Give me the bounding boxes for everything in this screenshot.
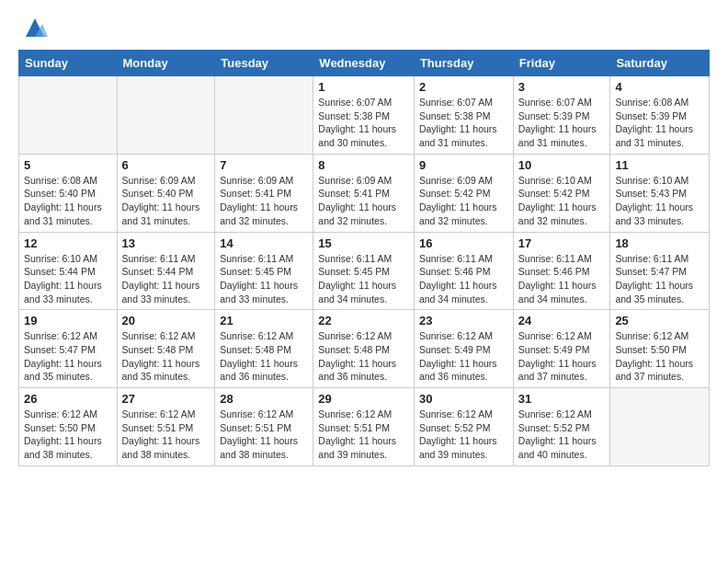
calendar-cell: 23Sunrise: 6:12 AMSunset: 5:49 PMDayligh… <box>414 310 513 388</box>
calendar-cell: 14Sunrise: 6:11 AMSunset: 5:45 PMDayligh… <box>215 232 313 310</box>
calendar-cell: 16Sunrise: 6:11 AMSunset: 5:46 PMDayligh… <box>414 232 513 310</box>
day-info: Sunrise: 6:10 AMSunset: 5:43 PMDaylight:… <box>615 174 704 228</box>
calendar-cell: 19Sunrise: 6:12 AMSunset: 5:47 PMDayligh… <box>19 310 118 388</box>
day-number: 2 <box>419 80 508 94</box>
day-info: Sunrise: 6:10 AMSunset: 5:42 PMDaylight:… <box>518 174 606 228</box>
day-number: 8 <box>318 158 409 172</box>
day-info: Sunrise: 6:11 AMSunset: 5:46 PMDaylight:… <box>419 252 508 306</box>
day-info: Sunrise: 6:07 AMSunset: 5:38 PMDaylight:… <box>419 96 508 150</box>
calendar-header-row: SundayMondayTuesdayWednesdayThursdayFrid… <box>19 51 710 76</box>
weekday-header-wednesday: Wednesday <box>313 51 415 76</box>
weekday-header-friday: Friday <box>513 51 610 76</box>
weekday-header-sunday: Sunday <box>19 51 118 76</box>
day-info: Sunrise: 6:08 AMSunset: 5:40 PMDaylight:… <box>24 174 112 228</box>
calendar-cell: 11Sunrise: 6:10 AMSunset: 5:43 PMDayligh… <box>610 154 710 232</box>
day-info: Sunrise: 6:12 AMSunset: 5:49 PMDaylight:… <box>419 329 508 384</box>
day-number: 11 <box>615 158 704 172</box>
calendar-cell: 27Sunrise: 6:12 AMSunset: 5:51 PMDayligh… <box>117 388 215 466</box>
day-info: Sunrise: 6:12 AMSunset: 5:48 PMDaylight:… <box>318 329 409 384</box>
day-number: 21 <box>220 314 308 327</box>
day-number: 12 <box>24 236 112 250</box>
calendar-cell: 20Sunrise: 6:12 AMSunset: 5:48 PMDayligh… <box>117 310 215 388</box>
day-info: Sunrise: 6:11 AMSunset: 5:44 PMDaylight:… <box>122 252 210 306</box>
calendar-cell <box>215 76 313 155</box>
day-info: Sunrise: 6:12 AMSunset: 5:50 PMDaylight:… <box>615 329 704 384</box>
calendar-cell: 12Sunrise: 6:10 AMSunset: 5:44 PMDayligh… <box>19 232 118 310</box>
day-number: 6 <box>122 158 210 172</box>
day-number: 18 <box>615 236 704 250</box>
calendar-cell: 30Sunrise: 6:12 AMSunset: 5:52 PMDayligh… <box>414 388 513 466</box>
calendar-week-3: 12Sunrise: 6:10 AMSunset: 5:44 PMDayligh… <box>19 232 710 310</box>
day-number: 10 <box>518 158 606 172</box>
day-number: 14 <box>220 236 308 250</box>
calendar-week-2: 5Sunrise: 6:08 AMSunset: 5:40 PMDaylight… <box>19 154 710 232</box>
calendar-cell: 31Sunrise: 6:12 AMSunset: 5:52 PMDayligh… <box>513 388 610 466</box>
day-number: 31 <box>518 392 606 406</box>
calendar-cell: 24Sunrise: 6:12 AMSunset: 5:49 PMDayligh… <box>513 310 610 388</box>
calendar-table: SundayMondayTuesdayWednesdayThursdayFrid… <box>18 50 710 466</box>
page: SundayMondayTuesdayWednesdayThursdayFrid… <box>0 0 728 563</box>
day-info: Sunrise: 6:07 AMSunset: 5:39 PMDaylight:… <box>518 96 606 150</box>
day-number: 23 <box>419 314 508 327</box>
day-info: Sunrise: 6:12 AMSunset: 5:51 PMDaylight:… <box>318 408 409 462</box>
day-number: 20 <box>122 314 210 327</box>
day-info: Sunrise: 6:12 AMSunset: 5:51 PMDaylight:… <box>220 408 308 462</box>
calendar-cell: 18Sunrise: 6:11 AMSunset: 5:47 PMDayligh… <box>610 232 710 310</box>
day-number: 25 <box>615 314 704 327</box>
day-number: 19 <box>24 314 112 327</box>
calendar-cell <box>117 76 215 155</box>
day-number: 26 <box>24 392 112 406</box>
day-info: Sunrise: 6:12 AMSunset: 5:48 PMDaylight:… <box>220 329 308 384</box>
logo-icon <box>22 15 48 40</box>
calendar-cell: 5Sunrise: 6:08 AMSunset: 5:40 PMDaylight… <box>19 154 118 232</box>
day-info: Sunrise: 6:11 AMSunset: 5:45 PMDaylight:… <box>220 252 308 306</box>
calendar-cell: 1Sunrise: 6:07 AMSunset: 5:38 PMDaylight… <box>313 76 415 155</box>
day-info: Sunrise: 6:09 AMSunset: 5:41 PMDaylight:… <box>220 174 308 228</box>
day-info: Sunrise: 6:12 AMSunset: 5:50 PMDaylight:… <box>24 408 112 462</box>
weekday-header-tuesday: Tuesday <box>215 51 313 76</box>
calendar-cell: 17Sunrise: 6:11 AMSunset: 5:46 PMDayligh… <box>513 232 610 310</box>
day-info: Sunrise: 6:11 AMSunset: 5:46 PMDaylight:… <box>518 252 606 306</box>
day-number: 7 <box>220 158 308 172</box>
calendar-cell: 15Sunrise: 6:11 AMSunset: 5:45 PMDayligh… <box>313 232 415 310</box>
day-info: Sunrise: 6:12 AMSunset: 5:52 PMDaylight:… <box>419 408 508 462</box>
calendar-cell <box>19 76 118 155</box>
day-number: 5 <box>24 158 112 172</box>
day-number: 16 <box>419 236 508 250</box>
day-number: 30 <box>419 392 508 406</box>
day-info: Sunrise: 6:09 AMSunset: 5:41 PMDaylight:… <box>318 174 409 228</box>
calendar-cell <box>610 388 710 466</box>
calendar-cell: 6Sunrise: 6:09 AMSunset: 5:40 PMDaylight… <box>117 154 215 232</box>
day-info: Sunrise: 6:08 AMSunset: 5:39 PMDaylight:… <box>615 96 704 150</box>
calendar-cell: 3Sunrise: 6:07 AMSunset: 5:39 PMDaylight… <box>513 76 610 155</box>
calendar-cell: 25Sunrise: 6:12 AMSunset: 5:50 PMDayligh… <box>610 310 710 388</box>
day-number: 13 <box>122 236 210 250</box>
day-info: Sunrise: 6:10 AMSunset: 5:44 PMDaylight:… <box>24 252 112 306</box>
calendar-cell: 4Sunrise: 6:08 AMSunset: 5:39 PMDaylight… <box>610 76 710 155</box>
weekday-header-monday: Monday <box>117 51 215 76</box>
day-number: 27 <box>122 392 210 406</box>
day-number: 24 <box>518 314 606 327</box>
calendar-cell: 10Sunrise: 6:10 AMSunset: 5:42 PMDayligh… <box>513 154 610 232</box>
day-info: Sunrise: 6:12 AMSunset: 5:47 PMDaylight:… <box>24 329 112 384</box>
day-number: 9 <box>419 158 508 172</box>
day-number: 29 <box>318 392 409 406</box>
day-number: 22 <box>318 314 409 327</box>
calendar-cell: 26Sunrise: 6:12 AMSunset: 5:50 PMDayligh… <box>19 388 118 466</box>
calendar-cell: 13Sunrise: 6:11 AMSunset: 5:44 PMDayligh… <box>117 232 215 310</box>
day-info: Sunrise: 6:07 AMSunset: 5:38 PMDaylight:… <box>318 96 409 150</box>
logo <box>18 15 48 40</box>
calendar-cell: 2Sunrise: 6:07 AMSunset: 5:38 PMDaylight… <box>414 76 513 155</box>
day-info: Sunrise: 6:09 AMSunset: 5:42 PMDaylight:… <box>419 174 508 228</box>
day-info: Sunrise: 6:11 AMSunset: 5:47 PMDaylight:… <box>615 252 704 306</box>
weekday-header-thursday: Thursday <box>414 51 513 76</box>
day-number: 17 <box>518 236 606 250</box>
day-info: Sunrise: 6:12 AMSunset: 5:52 PMDaylight:… <box>518 408 606 462</box>
day-info: Sunrise: 6:09 AMSunset: 5:40 PMDaylight:… <box>122 174 210 228</box>
calendar-cell: 9Sunrise: 6:09 AMSunset: 5:42 PMDaylight… <box>414 154 513 232</box>
day-info: Sunrise: 6:11 AMSunset: 5:45 PMDaylight:… <box>318 252 409 306</box>
calendar-cell: 21Sunrise: 6:12 AMSunset: 5:48 PMDayligh… <box>215 310 313 388</box>
weekday-header-saturday: Saturday <box>610 51 710 76</box>
calendar-cell: 29Sunrise: 6:12 AMSunset: 5:51 PMDayligh… <box>313 388 415 466</box>
day-number: 4 <box>615 80 704 94</box>
